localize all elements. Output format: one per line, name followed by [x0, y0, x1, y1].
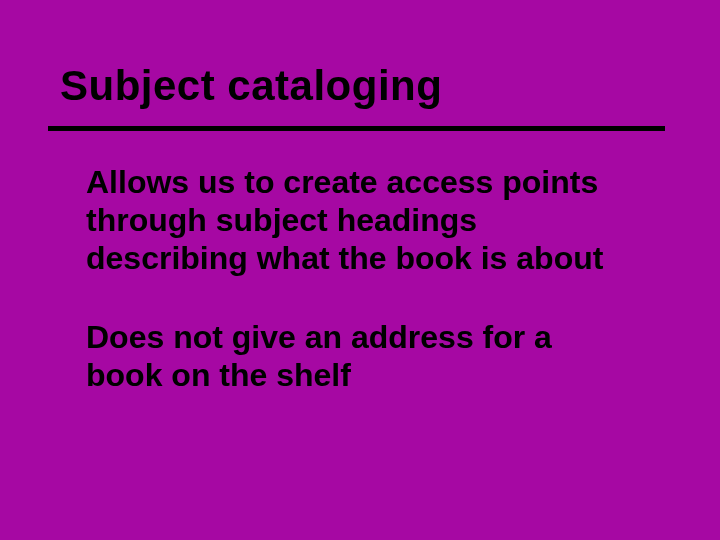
- title-underline: [48, 126, 665, 131]
- slide-body: Allows us to create access points throug…: [86, 164, 626, 395]
- body-paragraph: Allows us to create access points throug…: [86, 164, 626, 277]
- body-paragraph: Does not give an address for a book on t…: [86, 319, 626, 395]
- slide-title: Subject cataloging: [60, 62, 442, 110]
- slide: Subject cataloging Allows us to create a…: [0, 0, 720, 540]
